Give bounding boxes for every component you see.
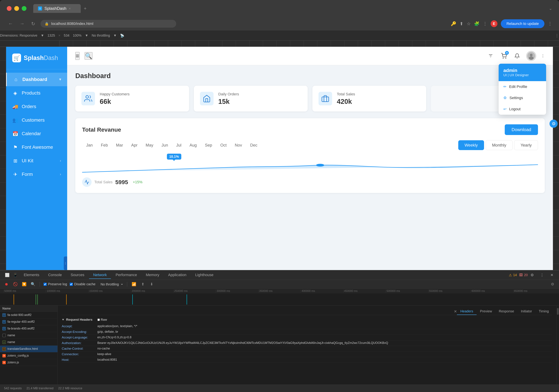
- bookmark-icon[interactable]: ☆: [467, 21, 471, 27]
- network-list[interactable]: Name T fa-solid-900.woff2 T fa-regular-4…: [0, 306, 58, 384]
- throttle-dropdown[interactable]: No throttling: [98, 282, 123, 287]
- detail-tab-preview[interactable]: Preview: [476, 308, 495, 315]
- devtools-tab-application[interactable]: Application: [164, 271, 190, 279]
- browser-tab-active[interactable]: S SplashDash ×: [33, 4, 81, 13]
- relaunch-button[interactable]: Relaunch to update: [501, 19, 544, 28]
- preserve-log-checkbox[interactable]: [44, 283, 47, 286]
- download-button[interactable]: Download: [505, 124, 538, 135]
- devtools-tab-console[interactable]: Console: [44, 271, 66, 279]
- forward-button[interactable]: →: [18, 20, 26, 28]
- download-icon-button[interactable]: ⬇: [149, 281, 155, 287]
- period-weekly[interactable]: Weekly: [458, 140, 484, 150]
- network-item-fa-brands[interactable]: T fa-brands-400.woff2: [0, 325, 57, 332]
- back-button[interactable]: ←: [7, 20, 14, 28]
- share-icon[interactable]: ⬆: [460, 21, 463, 27]
- devtools-tab-network[interactable]: Network: [89, 271, 111, 279]
- month-jun[interactable]: Jun: [157, 140, 172, 150]
- month-mar[interactable]: Mar: [112, 140, 127, 150]
- sidebar-item-orders[interactable]: 🚚 Orders: [6, 100, 67, 113]
- zoom-dropdown-icon[interactable]: ▼: [85, 34, 88, 37]
- new-tab-button[interactable]: +: [84, 6, 86, 11]
- month-nov[interactable]: Nov: [231, 140, 246, 150]
- devtools-tab-memory[interactable]: Memory: [142, 271, 163, 279]
- devtools-warning-count[interactable]: ⚠ 14: [509, 273, 517, 277]
- chrome-menu-icon[interactable]: ⋮: [483, 21, 487, 27]
- devtools-settings-icon[interactable]: ⋮: [555, 33, 559, 38]
- bell-icon-button[interactable]: [513, 52, 521, 60]
- detail-tab-initiator[interactable]: Initiator: [517, 308, 535, 315]
- devtools-settings-btn[interactable]: ⚙: [529, 271, 536, 279]
- sidebar-expand-button[interactable]: ⋮: [64, 257, 67, 270]
- devtools-tab-sources[interactable]: Sources: [66, 271, 88, 279]
- month-aug[interactable]: Aug: [186, 140, 201, 150]
- month-apr[interactable]: Apr: [127, 140, 141, 150]
- month-oct[interactable]: Oct: [216, 140, 231, 150]
- upload-icon-button[interactable]: ⬆: [140, 281, 146, 287]
- filter-button[interactable]: 🔽: [21, 281, 27, 287]
- hamburger-menu-button[interactable]: ≡: [75, 52, 80, 60]
- network-item-translate-sandbox[interactable]: H translateSandbox.html: [0, 346, 57, 352]
- overflow-menu-icon[interactable]: ⋮: [548, 21, 552, 27]
- sidebar-item-products[interactable]: ◈ Products: [6, 86, 67, 100]
- devtools-inspect-icon[interactable]: ⬜: [3, 271, 11, 279]
- devtools-tab-elements[interactable]: Elements: [20, 271, 43, 279]
- network-item-fa-solid[interactable]: T fa-solid-900.woff2: [0, 312, 57, 319]
- devtools-more-btn[interactable]: ⋮: [538, 271, 546, 279]
- edit-profile-item[interactable]: ✏ Edit Profile: [499, 81, 546, 92]
- sensor-icon[interactable]: 📡: [120, 34, 124, 38]
- avatar[interactable]: [526, 51, 536, 61]
- devtools-close-btn[interactable]: ✕: [548, 271, 556, 279]
- sidebar-item-form[interactable]: ✈ Form ›: [6, 168, 67, 181]
- sidebar-item-dashboard[interactable]: ⌂ Dashboard ▾: [6, 73, 67, 86]
- dimensions-dropdown-icon[interactable]: ▼: [41, 34, 44, 37]
- detail-tab-timing[interactable]: Timing: [535, 308, 552, 315]
- network-item-name-1[interactable]: name: [0, 332, 57, 339]
- refresh-button[interactable]: ↻: [30, 20, 37, 28]
- month-jan[interactable]: Jan: [82, 140, 97, 150]
- sidebar-item-calendar[interactable]: 📅 Calendar: [6, 127, 67, 141]
- disable-cache-checkbox[interactable]: [70, 283, 73, 286]
- month-sep[interactable]: Sep: [201, 140, 216, 150]
- period-monthly[interactable]: Monthly: [486, 140, 512, 150]
- network-item-zotero-config[interactable]: ⚙ zotero_config.js: [0, 352, 57, 359]
- month-dec[interactable]: Dec: [246, 140, 261, 150]
- settings-item[interactable]: ⚙ Settings: [499, 92, 546, 104]
- wifi-icon-button[interactable]: 📶: [131, 281, 137, 287]
- tab-close-button[interactable]: ×: [69, 7, 71, 10]
- network-item-name-2[interactable]: {} name: [0, 339, 57, 346]
- sidebar-item-ui-kit[interactable]: ⊞ UI Kit ›: [6, 154, 67, 168]
- month-feb[interactable]: Feb: [97, 140, 112, 150]
- devtools-tab-lighthouse[interactable]: Lighthouse: [191, 271, 218, 279]
- close-traffic-light[interactable]: [7, 6, 11, 11]
- filter-icon-button[interactable]: [486, 52, 495, 60]
- key-icon[interactable]: 🔑: [451, 21, 456, 27]
- scrollbar-thumb[interactable]: [557, 308, 559, 315]
- month-jul[interactable]: Jul: [172, 140, 186, 150]
- avatar-dropdown-icon[interactable]: ⋮: [541, 54, 545, 58]
- devtools-error-count[interactable]: 🖼 20: [519, 273, 528, 277]
- address-bar[interactable]: 🔒 localhost:8080/index.html: [40, 20, 176, 28]
- profile-icon[interactable]: E: [491, 20, 497, 27]
- extension-icon[interactable]: 🧩: [474, 21, 479, 27]
- detail-tab-headers[interactable]: Headers: [457, 308, 476, 315]
- month-may[interactable]: May: [142, 140, 157, 150]
- logout-item[interactable]: ↩ Logout: [499, 104, 546, 115]
- header-search-button[interactable]: 🔍: [85, 52, 93, 60]
- throttle-dropdown-icon[interactable]: ▼: [113, 34, 117, 37]
- period-yearly[interactable]: Yearly: [514, 140, 538, 150]
- sidebar-item-font-awesome[interactable]: ⚑ Font Awesome: [6, 141, 67, 154]
- search-network-button[interactable]: 🔍: [30, 281, 36, 287]
- page-settings-gear[interactable]: ⚙: [550, 120, 553, 128]
- devtools-mobile-icon[interactable]: 📱: [11, 271, 19, 279]
- detail-scrollbar[interactable]: [556, 306, 559, 384]
- window-collapse-button[interactable]: ⌄: [549, 6, 552, 11]
- network-item-zotero[interactable]: ⚙ zotero.js: [0, 359, 57, 366]
- maximize-traffic-light[interactable]: [22, 6, 27, 11]
- network-settings-button[interactable]: ⚙: [550, 281, 556, 287]
- clear-button[interactable]: 🚫: [12, 281, 18, 287]
- raw-checkbox[interactable]: [98, 319, 100, 321]
- detail-close-button[interactable]: ✕: [454, 308, 457, 315]
- sidebar-item-customers[interactable]: 👥 Customers: [6, 113, 67, 127]
- network-item-fa-regular[interactable]: T fa-regular-400.woff2: [0, 319, 57, 325]
- cart-icon-button[interactable]: 9: [500, 52, 508, 60]
